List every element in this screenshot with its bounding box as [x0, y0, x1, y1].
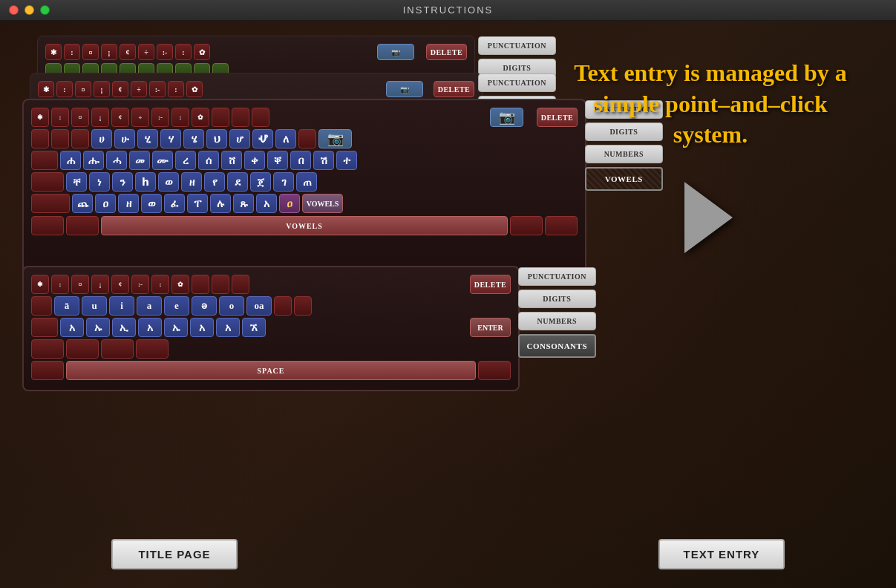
punctuation-btn-back3[interactable]: PUNCTUATION: [478, 36, 556, 55]
key[interactable]: [71, 129, 89, 148]
key-b[interactable]: [66, 339, 99, 359]
eth-key[interactable]: ሄ: [183, 129, 204, 148]
eth-key-b[interactable]: ኢ: [112, 318, 136, 337]
next-arrow-wrapper[interactable]: [684, 180, 736, 255]
key-b[interactable]: [274, 296, 292, 316]
key-b[interactable]: [31, 339, 64, 359]
key[interactable]: ✿: [192, 108, 209, 127]
key-b[interactable]: :: [151, 275, 169, 294]
key-b[interactable]: ¡: [91, 275, 109, 294]
key-b[interactable]: [212, 275, 229, 294]
eth-key[interactable]: ወ: [141, 194, 162, 213]
vowel-key-schwa[interactable]: ə: [192, 296, 217, 316]
eth-key[interactable]: ሽ: [313, 151, 334, 170]
key-b[interactable]: [31, 361, 64, 380]
eth-key[interactable]: ቐ: [267, 151, 288, 170]
consonants-btn[interactable]: CONSONANTS: [518, 334, 596, 358]
key[interactable]: :: [171, 108, 189, 127]
close-button[interactable]: [9, 5, 19, 15]
eth-key[interactable]: ቸ: [66, 172, 87, 192]
eth-key[interactable]: ጨ: [72, 194, 93, 213]
key-b[interactable]: ✿: [171, 275, 189, 294]
key[interactable]: ¡: [101, 44, 117, 60]
key[interactable]: :: [175, 44, 192, 60]
key[interactable]: :: [56, 81, 73, 97]
key[interactable]: :: [51, 108, 69, 127]
key[interactable]: [31, 151, 58, 170]
key[interactable]: ✿: [186, 81, 203, 97]
eth-key-b[interactable]: አ: [138, 318, 162, 337]
eth-key[interactable]: ቀ: [244, 151, 265, 170]
eth-key[interactable]: ፈ: [164, 194, 185, 213]
key[interactable]: :: [168, 81, 184, 97]
key[interactable]: ✿: [194, 44, 210, 60]
digits-btn-bottom[interactable]: DIGITS: [518, 290, 596, 308]
eth-key[interactable]: ደ: [227, 172, 248, 192]
key[interactable]: ¢: [111, 108, 129, 127]
eth-key-b[interactable]: ኧ: [242, 318, 266, 337]
camera-key-4[interactable]: 📷: [318, 129, 352, 148]
key[interactable]: ÷: [138, 44, 154, 60]
key[interactable]: :-: [151, 108, 169, 127]
eth-key[interactable]: ዐ: [95, 194, 116, 213]
key-b[interactable]: [232, 275, 249, 294]
key[interactable]: [31, 129, 49, 148]
eth-key[interactable]: ወ: [158, 172, 179, 192]
vowel-key-i[interactable]: i: [109, 296, 134, 316]
eth-key[interactable]: ጠ: [296, 172, 317, 192]
eth-key[interactable]: ዘ: [181, 172, 202, 192]
eth-key[interactable]: ሉ: [210, 194, 231, 213]
eth-key[interactable]: h: [135, 172, 156, 192]
key[interactable]: [298, 129, 316, 148]
key[interactable]: ✱: [38, 81, 54, 97]
key[interactable]: ÷: [131, 81, 147, 97]
vowel-key-aa[interactable]: a: [137, 296, 162, 316]
key-b[interactable]: :: [51, 275, 69, 294]
eth-key[interactable]: ሀ: [91, 129, 112, 148]
key[interactable]: [31, 172, 64, 192]
numbers-btn-bottom[interactable]: NUMBERS: [518, 312, 596, 330]
key-b[interactable]: [101, 339, 134, 359]
space-key-bottom[interactable]: SPACE: [66, 361, 476, 380]
key[interactable]: :: [64, 44, 80, 60]
eth-key-b[interactable]: አ: [190, 318, 214, 337]
eth-key[interactable]: ጹ: [233, 194, 254, 213]
enter-key-bottom[interactable]: ENTER: [470, 318, 511, 337]
key-b[interactable]: [31, 296, 52, 316]
eth-key[interactable]: ሁ: [114, 129, 135, 148]
eth-key[interactable]: የ: [204, 172, 225, 192]
eth-key[interactable]: አ: [256, 194, 277, 213]
key[interactable]: [252, 108, 269, 127]
key[interactable]: [31, 194, 70, 213]
key-b[interactable]: [192, 275, 209, 294]
eth-key[interactable]: ሆ: [229, 129, 250, 148]
eth-key[interactable]: ሑ: [83, 151, 104, 170]
punctuation-btn-bottom[interactable]: PUNCTUATION: [518, 267, 596, 286]
key-b[interactable]: [294, 296, 312, 316]
eth-key-b[interactable]: አ: [216, 318, 240, 337]
eth-key[interactable]: ፐ: [187, 194, 208, 213]
enter-key[interactable]: VOWELS: [302, 194, 343, 213]
punctuation-btn-back2[interactable]: PUNCTUATION: [478, 74, 556, 92]
maximize-button[interactable]: [40, 5, 50, 15]
key[interactable]: ✱: [31, 108, 49, 127]
eth-key[interactable]: ሓ: [106, 151, 127, 170]
camera-key-2[interactable]: 📷: [386, 81, 423, 97]
key[interactable]: [51, 129, 69, 148]
key-b[interactable]: [478, 361, 511, 380]
eth-key[interactable]: በ: [290, 151, 311, 170]
eth-key[interactable]: ገ: [273, 172, 294, 192]
eth-key[interactable]: ሸ: [221, 151, 242, 170]
key[interactable]: ¤: [71, 108, 89, 127]
vowel-key-a[interactable]: ä: [54, 296, 79, 316]
eth-key[interactable]: ረ: [175, 151, 196, 170]
eth-key[interactable]: ሃ: [160, 129, 181, 148]
eth-key[interactable]: ሂ: [137, 129, 158, 148]
eth-key[interactable]: ሐ: [60, 151, 81, 170]
key[interactable]: ¡: [91, 108, 109, 127]
key[interactable]: ¢: [120, 44, 136, 60]
key[interactable]: ¤: [82, 44, 99, 60]
eth-key-special[interactable]: ዐ: [279, 194, 300, 213]
eth-key[interactable]: ሙ: [152, 151, 173, 170]
delete-key-2[interactable]: DELETE: [434, 81, 474, 97]
